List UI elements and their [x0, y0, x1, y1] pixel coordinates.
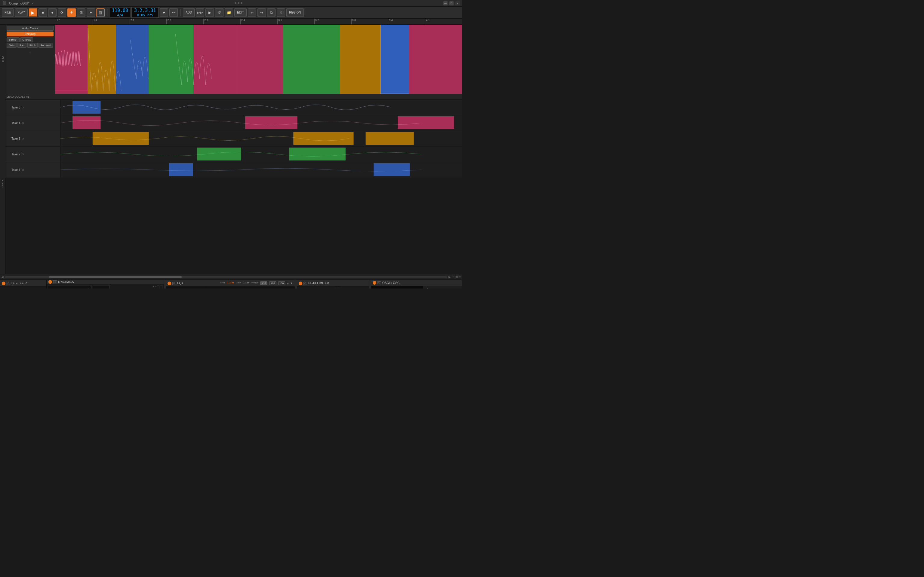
eq-shift-val: 0.00 st: [227, 281, 234, 285]
svg-rect-18: [93, 132, 149, 145]
gain-btn[interactable]: Gain: [6, 43, 16, 48]
clip-section: CLIP Audio Events Comping Stretch Onsets…: [0, 25, 462, 94]
record-btn[interactable]: ●: [48, 8, 57, 17]
svg-rect-22: [289, 148, 346, 161]
de-esser-body: 4.49 kHz 10 20 Amount: [0, 287, 46, 288]
add-btn[interactable]: +: [67, 8, 76, 17]
comp-view-btn[interactable]: ▤: [96, 8, 105, 17]
peak-limiter-io-btn[interactable]: ⊡: [304, 282, 307, 285]
scroll-ratio: 1/16 ▾: [453, 276, 461, 279]
separator-1: [107, 9, 107, 16]
tempo-display[interactable]: 110.00 4/4: [110, 7, 130, 18]
take-5-close[interactable]: ×: [22, 105, 24, 110]
take-3-svg: [60, 131, 462, 147]
take-2-close[interactable]: ×: [22, 152, 24, 156]
minimize-btn[interactable]: —: [443, 1, 447, 5]
scrollbar-track[interactable]: [5, 276, 447, 278]
oscilloscope-controls: Trigger A B ▬ ⊠ ▶ Hold 320 ms: [423, 286, 462, 288]
region-btn[interactable]: REGION: [286, 8, 304, 17]
file-btn[interactable]: FILE: [2, 8, 13, 17]
rewind-btn[interactable]: ↺: [215, 8, 223, 17]
take-1-close[interactable]: ×: [22, 168, 24, 172]
take-4-close[interactable]: ×: [22, 121, 24, 125]
play2-btn[interactable]: ▶: [205, 8, 214, 17]
de-esser-io-btn[interactable]: ⊡: [6, 282, 10, 285]
dyn-scale-plus10: +10: [153, 285, 157, 288]
comp-wave-area[interactable]: [55, 25, 462, 94]
dynamics-power[interactable]: [48, 280, 52, 284]
scrollbar-area: ◀ ▶ 1/16 ▾: [0, 274, 462, 279]
pl-knobs: Input Release Ceiling: [321, 288, 333, 288]
eq-io-btn[interactable]: ⊡: [172, 282, 176, 285]
add-toolbar-btn[interactable]: ADD: [183, 8, 195, 17]
eq-section: ⊡ EQ+ Shift 0.00 st Gain 0.0 dB Range +1…: [166, 280, 295, 288]
maximize-btn[interactable]: □: [449, 1, 454, 5]
plus-track-btn[interactable]: +: [87, 8, 95, 17]
take-2-wave[interactable]: [60, 147, 462, 162]
svg-rect-16: [245, 116, 297, 129]
take-5-wave[interactable]: [60, 100, 462, 115]
play-btn[interactable]: ▶: [29, 8, 37, 17]
loop2-btn[interactable]: ↩: [170, 8, 178, 17]
peak-limiter-title: PEAK LIMITER: [308, 282, 329, 285]
dynamics-io-btn[interactable]: ⊡: [53, 280, 57, 284]
oscilloscope-io-btn[interactable]: ⊡: [378, 281, 381, 284]
audio-events-btn[interactable]: Audio Events: [6, 26, 53, 31]
delete-btn[interactable]: ✕: [277, 8, 285, 17]
marker-btn[interactable]: ⊳⊳: [196, 8, 204, 17]
scroll-right-arrow[interactable]: ▶: [449, 275, 451, 279]
eq-range-30[interactable]: +30: [278, 281, 286, 285]
svg-rect-20: [366, 132, 414, 145]
redo-btn[interactable]: ↪: [257, 8, 266, 17]
svg-rect-9: [238, 25, 283, 94]
undo-btn[interactable]: ↩: [248, 8, 256, 17]
eq-range-20[interactable]: +20: [269, 281, 276, 285]
oscilloscope-header: ⊡ OSCILLOSC.: [371, 280, 462, 286]
comping-btn[interactable]: Comping: [6, 32, 53, 36]
peak-limiter-power[interactable]: [299, 282, 302, 285]
ruler: 1.3 1.4 2.1 2.2 2.3 2.4 3.1 3.2 3.3 3.4 …: [0, 19, 462, 25]
take-5-row: Take 5 ×: [5, 100, 462, 115]
pitch-btn[interactable]: Pitch: [27, 43, 37, 48]
eq-up-icon[interactable]: ▲: [286, 282, 289, 285]
play-label-btn[interactable]: PLAY: [15, 8, 27, 17]
grid-btn[interactable]: ⊞: [77, 8, 86, 17]
stop-btn[interactable]: ■: [39, 8, 47, 17]
add-icon[interactable]: +: [29, 50, 31, 55]
copy-btn[interactable]: ⧉: [267, 8, 276, 17]
scroll-left-arrow[interactable]: ◀: [1, 275, 3, 279]
formant-btn[interactable]: Formant: [39, 43, 53, 48]
eq-power[interactable]: [168, 282, 171, 285]
oscilloscope-power[interactable]: [373, 281, 376, 285]
clip-controls: Audio Events Comping Stretch Onsets Gain…: [5, 25, 55, 94]
take-3-wave[interactable]: [60, 131, 462, 147]
position-display[interactable]: 3.2.3.31 0:05.225: [131, 7, 158, 18]
close-tab-btn[interactable]: ×: [32, 2, 34, 5]
dyn-meter-r: [160, 285, 162, 288]
svg-point-2: [241, 2, 242, 4]
eq-range-10[interactable]: +10: [260, 281, 267, 285]
stretch-btn[interactable]: Stretch: [6, 37, 19, 42]
svg-rect-17: [397, 116, 454, 129]
svg-line-25: [48, 285, 91, 288]
svg-rect-14: [73, 101, 100, 114]
svg-rect-11: [340, 25, 381, 94]
eq-shift-label: Shift: [220, 281, 225, 285]
eq-title: EQ+: [177, 282, 183, 285]
sync-btn[interactable]: ⇄: [160, 8, 168, 17]
folder-btn[interactable]: 📁: [225, 8, 233, 17]
pan-btn[interactable]: Pan: [18, 43, 26, 48]
take-3-close[interactable]: ×: [22, 137, 24, 141]
scrollbar-thumb[interactable]: [49, 276, 182, 278]
close-btn[interactable]: ×: [456, 1, 460, 5]
take-4-wave[interactable]: [60, 115, 462, 131]
edit-btn[interactable]: EDIT: [234, 8, 247, 17]
take-1-wave[interactable]: [60, 162, 462, 177]
eq-down-icon[interactable]: ▼: [290, 282, 293, 285]
toolbar: FILE PLAY ▶ ■ ● ⟳ + ⊞ + ▤ 110.00 4/4 3.2…: [0, 6, 462, 19]
eq-gain-val: 0.0 dB: [243, 281, 250, 285]
onsets-btn[interactable]: Onsets: [21, 37, 33, 42]
loop-btn[interactable]: ⟳: [58, 8, 66, 17]
eq-graph-area[interactable]: 4 5 3 2 20 100 1k 10k +10 -10: [166, 287, 295, 288]
de-esser-power[interactable]: [2, 282, 5, 285]
